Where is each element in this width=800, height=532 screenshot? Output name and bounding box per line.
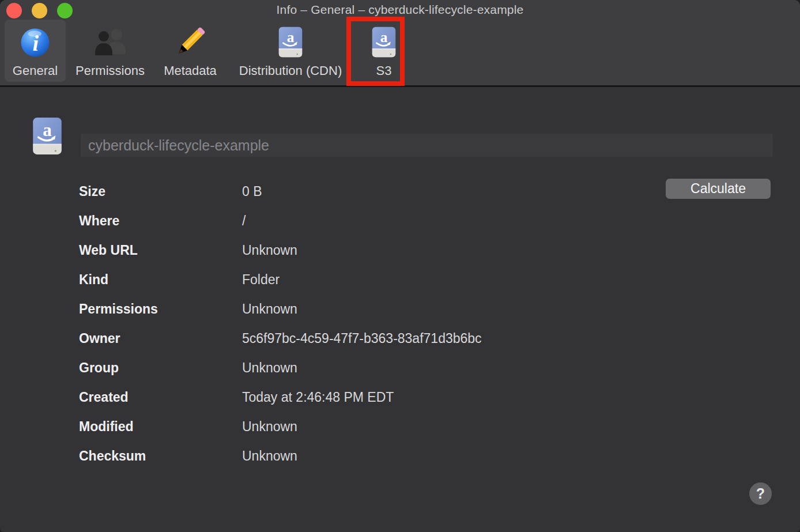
row-size-label: Size (79, 184, 242, 199)
calculate-button[interactable]: Calculate (666, 179, 771, 199)
row-where-label: Where (79, 213, 242, 229)
row-created: Created Today at 2:46:48 PM EDT (79, 383, 482, 412)
row-created-value: Today at 2:46:48 PM EDT (242, 390, 394, 405)
pencil-icon (172, 23, 208, 61)
row-kind-label: Kind (79, 272, 242, 288)
row-group-value: Unknown (242, 360, 297, 376)
row-kind: Kind Folder (79, 265, 482, 295)
titlebar-toolbar: Info – General – cyberduck-lifecycle-exa… (0, 0, 800, 87)
window-title: Info – General – cyberduck-lifecycle-exa… (0, 3, 800, 17)
row-where-value: / (242, 213, 246, 229)
tab-distribution-cdn-label: Distribution (CDN) (239, 63, 342, 78)
row-modified-label: Modified (79, 419, 242, 435)
info-icon (18, 23, 52, 61)
row-modified: Modified Unknown (79, 412, 482, 442)
row-permissions-label: Permissions (79, 301, 242, 317)
info-window: Info – General – cyberduck-lifecycle-exa… (0, 0, 800, 532)
general-panel: Size 0 B Where / Web URL Unknown Kind Fo… (0, 87, 800, 532)
row-size: Size 0 B (79, 177, 482, 206)
row-permissions-value: Unknown (242, 301, 297, 317)
row-where: Where / (79, 206, 482, 236)
amazon-drive-icon (27, 117, 67, 155)
tab-s3[interactable]: S3 (360, 20, 408, 82)
row-kind-value: Folder (242, 272, 280, 288)
tab-distribution-cdn[interactable]: Distribution (CDN) (226, 20, 355, 82)
row-group: Group Unknown (79, 353, 482, 383)
amazon-drive-icon (368, 23, 399, 61)
tab-permissions-label: Permissions (76, 63, 145, 78)
amazon-drive-icon (275, 23, 306, 61)
row-modified-value: Unknown (242, 419, 297, 435)
tab-metadata[interactable]: Metadata (154, 20, 226, 82)
row-owner-value: 5c6f97bc-4c59-47f7-b363-83af71d3b6bc (242, 331, 482, 346)
filename-input[interactable] (81, 134, 773, 157)
row-web-url: Web URL Unknown (79, 236, 482, 265)
row-owner-label: Owner (79, 331, 242, 346)
row-owner: Owner 5c6f97bc-4c59-47f7-b363-83af71d3b6… (79, 324, 482, 353)
tab-permissions[interactable]: Permissions (66, 20, 154, 82)
row-size-value: 0 B (242, 184, 262, 199)
row-created-label: Created (79, 390, 242, 405)
tab-metadata-label: Metadata (164, 63, 217, 78)
tab-general-label: General (13, 63, 58, 78)
people-icon (91, 23, 129, 61)
row-checksum-label: Checksum (79, 448, 242, 464)
row-checksum-value: Unknown (242, 448, 297, 464)
tab-s3-label: S3 (376, 63, 392, 78)
help-button[interactable]: ? (749, 482, 772, 505)
row-checksum: Checksum Unknown (79, 442, 482, 471)
row-group-label: Group (79, 360, 242, 376)
row-web-url-value: Unknown (242, 243, 297, 258)
row-web-url-label: Web URL (79, 243, 242, 258)
toolbar-tabs: General Permissions Metadata Distributio… (5, 20, 408, 82)
tab-general[interactable]: General (5, 20, 66, 82)
info-rows: Size 0 B Where / Web URL Unknown Kind Fo… (79, 177, 482, 471)
row-permissions: Permissions Unknown (79, 295, 482, 324)
